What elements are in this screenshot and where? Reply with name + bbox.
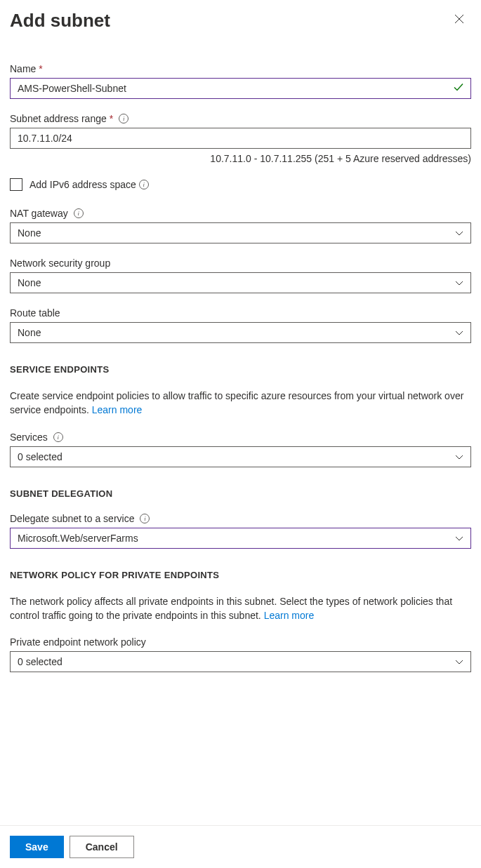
subnet-delegation-heading: SUBNET DELEGATION [10, 488, 471, 499]
name-label-text: Name [10, 63, 36, 74]
services-select[interactable]: 0 selected [10, 446, 471, 467]
route-table-value: None [18, 327, 41, 338]
ipv6-label-text: Add IPv6 address space [29, 179, 136, 190]
info-icon[interactable]: i [139, 180, 149, 189]
nat-gateway-value: None [18, 227, 41, 239]
private-endpoint-label: Private endpoint network policy [10, 636, 471, 648]
chevron-down-icon [455, 451, 463, 462]
chevron-down-icon [455, 327, 463, 338]
nsg-value: None [18, 277, 41, 288]
delegate-label-text: Delegate subnet to a service [10, 513, 134, 524]
required-indicator: * [39, 63, 42, 74]
nat-gateway-label: NAT gateway i [10, 208, 471, 219]
address-range-label-text: Subnet address range [10, 113, 107, 124]
service-endpoints-heading: SERVICE ENDPOINTS [10, 364, 471, 375]
required-indicator: * [110, 113, 113, 124]
chevron-down-icon [455, 227, 463, 239]
route-table-label: Route table [10, 307, 471, 319]
close-icon [454, 14, 464, 24]
chevron-down-icon [455, 533, 463, 544]
address-range-input[interactable] [10, 128, 471, 149]
chevron-down-icon [455, 656, 463, 667]
nat-gateway-select[interactable]: None [10, 222, 471, 243]
check-icon [453, 82, 464, 95]
info-icon[interactable]: i [119, 114, 129, 123]
ipv6-label: Add IPv6 address space i [29, 179, 149, 190]
network-policy-desc-text: The network policy affects all private e… [10, 596, 452, 621]
info-icon[interactable]: i [74, 208, 84, 218]
name-input[interactable] [10, 78, 471, 99]
network-policy-desc: The network policy affects all private e… [10, 594, 471, 623]
delegate-select[interactable]: Microsoft.Web/serverFarms [10, 528, 471, 549]
close-button[interactable] [450, 10, 468, 30]
service-endpoints-desc-text: Create service endpoint policies to allo… [10, 390, 463, 415]
services-label-text: Services [10, 432, 48, 443]
nsg-select[interactable]: None [10, 272, 471, 293]
route-table-select[interactable]: None [10, 322, 471, 343]
services-value: 0 selected [18, 451, 62, 462]
nat-gateway-label-text: NAT gateway [10, 208, 68, 219]
delegate-label: Delegate subnet to a service i [10, 513, 471, 524]
panel-title: Add subnet [10, 10, 110, 32]
service-endpoints-desc: Create service endpoint policies to allo… [10, 389, 471, 418]
private-endpoint-value: 0 selected [18, 656, 62, 667]
private-endpoint-select[interactable]: 0 selected [10, 651, 471, 672]
info-icon[interactable]: i [140, 514, 150, 523]
delegate-value: Microsoft.Web/serverFarms [18, 533, 138, 544]
services-label: Services i [10, 432, 471, 443]
network-policy-learn-more-link[interactable]: Learn more [264, 610, 315, 621]
cancel-button[interactable]: Cancel [70, 836, 134, 858]
name-label: Name * [10, 63, 471, 74]
nsg-label: Network security group [10, 258, 471, 269]
save-button[interactable]: Save [10, 836, 64, 858]
address-range-label: Subnet address range * i [10, 113, 471, 124]
network-policy-heading: NETWORK POLICY FOR PRIVATE ENDPOINTS [10, 570, 471, 580]
service-endpoints-learn-more-link[interactable]: Learn more [92, 404, 143, 415]
info-icon[interactable]: i [53, 432, 63, 442]
ipv6-checkbox[interactable] [10, 178, 22, 191]
address-range-helper: 10.7.11.0 - 10.7.11.255 (251 + 5 Azure r… [10, 153, 471, 164]
chevron-down-icon [455, 277, 463, 288]
